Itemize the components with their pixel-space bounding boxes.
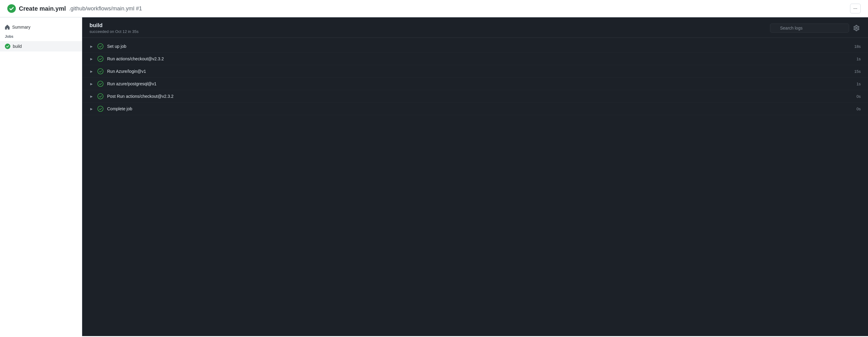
chevron-right-icon-4: ► xyxy=(90,94,94,99)
svg-point-4 xyxy=(98,68,103,74)
step-name-5: Complete job xyxy=(107,106,851,111)
search-wrapper xyxy=(770,24,849,33)
log-step-5[interactable]: ► Complete job 0s xyxy=(82,103,868,115)
step-name-0: Set up job xyxy=(107,44,849,49)
more-options-button[interactable]: ··· xyxy=(850,4,861,13)
step-name-2: Run Azure/login@v1 xyxy=(107,69,849,74)
step-duration-4: 0s xyxy=(857,94,861,99)
chevron-right-icon-1: ► xyxy=(90,57,94,61)
step-name-4: Post Run actions/checkout@v2.3.2 xyxy=(107,94,851,99)
step-success-icon-2 xyxy=(97,68,103,74)
step-success-icon-5 xyxy=(97,106,103,112)
step-duration-5: 0s xyxy=(857,107,861,111)
sidebar-summary-link[interactable]: Summary xyxy=(0,22,82,32)
step-name-1: Run actions/checkout@v2.3.2 xyxy=(107,56,851,61)
log-panel-controls xyxy=(770,24,861,33)
svg-point-5 xyxy=(98,81,103,87)
header-success-icon xyxy=(7,4,16,13)
job-success-icon xyxy=(5,44,10,49)
step-duration-0: 18s xyxy=(854,44,861,49)
log-step-4[interactable]: ► Post Run actions/checkout@v2.3.2 0s xyxy=(82,90,868,103)
settings-button[interactable] xyxy=(852,24,861,32)
svg-point-2 xyxy=(98,44,103,49)
step-success-icon-4 xyxy=(97,93,103,99)
svg-point-0 xyxy=(7,4,16,13)
sidebar-job-build[interactable]: build xyxy=(0,41,82,52)
sidebar: Summary Jobs build xyxy=(0,17,82,336)
main-layout: Summary Jobs build build succeeded on Oc… xyxy=(0,17,868,336)
header-left: Create main.yml .github/workflows/main.y… xyxy=(7,4,142,13)
step-duration-2: 15s xyxy=(854,69,861,74)
gear-icon xyxy=(854,25,860,31)
step-duration-3: 1s xyxy=(857,82,861,86)
step-success-icon-1 xyxy=(97,56,103,62)
log-step-2[interactable]: ► Run Azure/login@v1 15s xyxy=(82,65,868,78)
chevron-right-icon-2: ► xyxy=(90,69,94,74)
chevron-right-icon-0: ► xyxy=(90,44,94,49)
log-panel-header: build succeeded on Oct 12 in 35s xyxy=(82,17,868,38)
jobs-section-label: Jobs xyxy=(0,32,82,41)
svg-point-7 xyxy=(98,106,103,112)
log-step-3[interactable]: ► Run azure/postgresql@v1 1s xyxy=(82,78,868,90)
job-name: build xyxy=(13,44,22,49)
log-step-1[interactable]: ► Run actions/checkout@v2.3.2 1s xyxy=(82,53,868,65)
page-title: Create main.yml xyxy=(19,5,66,12)
chevron-right-icon-5: ► xyxy=(90,107,94,111)
summary-label: Summary xyxy=(12,25,30,30)
log-panel-title: build xyxy=(90,22,138,29)
step-duration-1: 1s xyxy=(857,57,861,61)
step-success-icon-0 xyxy=(97,43,103,49)
log-panel-title-area: build succeeded on Oct 12 in 35s xyxy=(90,22,138,34)
page-subtitle: .github/workflows/main.yml #1 xyxy=(69,5,142,12)
svg-point-6 xyxy=(98,93,103,99)
search-logs-input[interactable] xyxy=(770,24,849,33)
svg-point-3 xyxy=(98,56,103,61)
log-steps: ► Set up job 18s ► Run actions/checkout@… xyxy=(82,38,868,336)
home-icon xyxy=(5,25,10,30)
log-panel-subtitle: succeeded on Oct 12 in 35s xyxy=(90,29,138,34)
log-panel: build succeeded on Oct 12 in 35s xyxy=(82,17,868,336)
step-name-3: Run azure/postgresql@v1 xyxy=(107,81,851,86)
chevron-right-icon-3: ► xyxy=(90,82,94,86)
log-step-0[interactable]: ► Set up job 18s xyxy=(82,40,868,53)
page-header: Create main.yml .github/workflows/main.y… xyxy=(0,0,868,17)
svg-point-1 xyxy=(5,44,10,49)
step-success-icon-3 xyxy=(97,81,103,87)
